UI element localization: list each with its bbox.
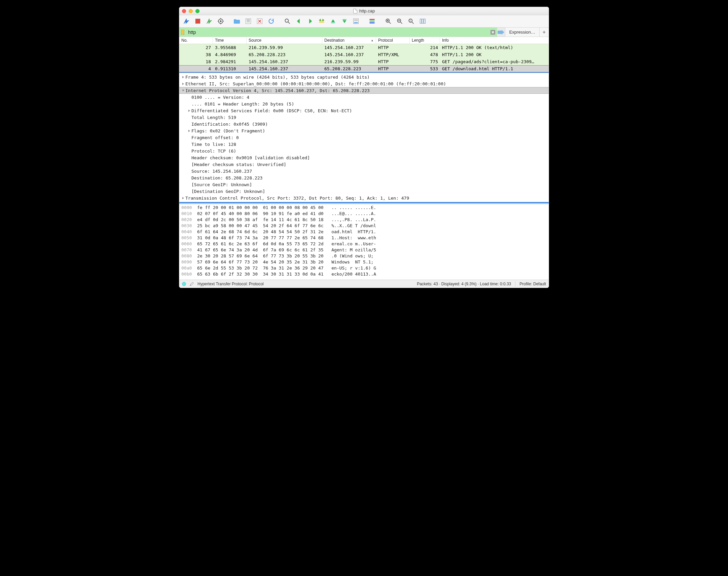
packet-row[interactable]: 273.955688216.239.59.99145.254.160.237HT… <box>179 44 549 51</box>
hex-line[interactable]: 0050 31 0d 0a 48 6f 73 74 3a 20 77 77 77… <box>181 235 547 241</box>
column-destination[interactable]: Destination▲ <box>322 37 376 44</box>
zoom-window-button[interactable] <box>195 9 199 13</box>
tree-item[interactable]: Flags: 0x02 (Don't Fragment) <box>179 127 549 134</box>
hex-line[interactable]: 0070 41 67 65 6e 74 3a 20 4d 6f 7a 69 6c… <box>181 247 547 253</box>
filter-bookmark-button[interactable] <box>179 28 186 37</box>
tree-item[interactable]: Total Length: 519 <box>179 114 549 121</box>
tree-item[interactable]: 0100 .... = Version: 4 <box>179 94 549 100</box>
column-protocol[interactable]: Protocol <box>376 37 410 44</box>
tree-item[interactable]: Transmission Control Protocol, Src Port:… <box>179 195 549 201</box>
colorize-button[interactable] <box>367 17 377 26</box>
column-no[interactable]: No. <box>179 37 213 44</box>
zoom-in-button[interactable] <box>383 17 393 26</box>
go-first-button[interactable] <box>328 17 338 26</box>
capture-options-button[interactable] <box>216 17 226 26</box>
status-profile[interactable]: Profile: Default <box>519 282 546 286</box>
svg-rect-15 <box>319 22 324 23</box>
svg-rect-24 <box>370 22 375 23</box>
display-filter-input[interactable] <box>186 28 489 37</box>
tree-item[interactable]: Internet Protocol Version 4, Src: 145.25… <box>179 87 549 94</box>
hex-line[interactable]: 00a0 65 6e 2d 55 53 3b 20 72 76 3a 31 2e… <box>181 265 547 271</box>
restart-capture-button[interactable] <box>204 17 214 26</box>
expression-button[interactable]: Expression… <box>505 28 539 37</box>
reload-file-button[interactable] <box>266 17 276 26</box>
hex-line[interactable]: 0000 fe ff 20 00 01 00 00 00 01 00 00 00… <box>181 205 547 211</box>
clear-filter-button[interactable] <box>489 28 497 37</box>
tree-item[interactable]: Identification: 0x0f45 (3909) <box>179 121 549 127</box>
svg-line-26 <box>389 22 391 24</box>
tree-item[interactable]: Header checksum: 0x9010 [validation disa… <box>179 154 549 161</box>
hex-line[interactable]: 0060 65 72 65 61 6c 2e 63 6f 6d 0d 0a 55… <box>181 241 547 247</box>
edit-icon[interactable] <box>189 282 194 286</box>
expert-info-button[interactable] <box>182 282 186 286</box>
zoom-reset-button[interactable]: 1 <box>406 17 416 26</box>
hex-line[interactable]: 0090 57 69 6e 64 6f 77 73 20 4e 54 20 35… <box>181 259 547 265</box>
svg-rect-10 <box>247 22 250 23</box>
tree-item[interactable]: Differentiated Services Field: 0x00 (DSC… <box>179 107 549 114</box>
svg-point-12 <box>285 19 288 22</box>
sort-asc-icon: ▲ <box>371 39 374 42</box>
window-controls <box>182 9 199 13</box>
hex-line[interactable]: 00b0 65 63 6b 6f 2f 32 30 30 34 30 31 31… <box>181 271 547 278</box>
packet-row[interactable]: 40.911310145.254.160.23765.208.228.223HT… <box>179 65 549 72</box>
tree-item[interactable]: .... 0101 = Header Length: 20 bytes (5) <box>179 100 549 107</box>
tree-item[interactable]: Fragment offset: 0 <box>179 134 549 141</box>
svg-rect-35 <box>420 19 422 23</box>
app-window: http.cap 1 <box>179 7 549 288</box>
tree-item[interactable]: Protocol: TCP (6) <box>179 147 549 154</box>
find-packet-button[interactable] <box>282 17 292 26</box>
disclosure-arrow-icon[interactable] <box>181 197 185 200</box>
go-to-packet-button[interactable] <box>317 17 327 26</box>
disclosure-arrow-icon[interactable] <box>181 82 185 85</box>
svg-rect-23 <box>370 21 375 22</box>
hex-line[interactable]: 0030 25 bc a9 58 00 00 47 45 54 20 2f 64… <box>181 223 547 229</box>
status-bar: Hypertext Transfer Protocol: Protocol Pa… <box>179 280 549 288</box>
svg-line-33 <box>412 22 414 24</box>
hex-line[interactable]: 0080 2e 30 20 28 57 69 6e 64 6f 77 73 3b… <box>181 253 547 259</box>
packet-details-pane[interactable]: Frame 4: 533 bytes on wire (4264 bits), … <box>179 73 549 203</box>
go-forward-button[interactable] <box>305 17 315 26</box>
tree-item[interactable]: [Destination GeoIP: Unknown] <box>179 188 549 195</box>
column-source[interactable]: Source <box>247 37 322 44</box>
disclosure-arrow-icon[interactable] <box>187 129 191 133</box>
tree-item[interactable]: [Header checksum status: Unverified] <box>179 161 549 168</box>
packet-row[interactable]: 182.984291145.254.160.237216.239.59.99HT… <box>179 58 549 65</box>
tree-item[interactable]: Source: 145.254.160.237 <box>179 168 549 174</box>
packet-row[interactable]: 384.84696965.208.228.223145.254.160.237H… <box>179 51 549 58</box>
hex-line[interactable]: 0020 e4 df 0d 2c 00 50 38 af fe 14 11 4c… <box>181 217 547 223</box>
svg-rect-39 <box>497 31 502 34</box>
packet-bytes-pane[interactable]: 0000 fe ff 20 00 01 00 00 00 01 00 00 00… <box>179 204 549 280</box>
hex-line[interactable]: 0010 02 07 0f 45 40 00 80 06 90 10 91 fe… <box>181 211 547 217</box>
column-length[interactable]: Length <box>410 37 440 44</box>
tree-item[interactable]: Frame 4: 533 bytes on wire (4264 bits), … <box>179 74 549 80</box>
hex-line[interactable]: 0040 6f 61 64 2e 68 74 6d 6c 20 48 54 54… <box>181 229 547 235</box>
stop-capture-button[interactable] <box>193 17 203 26</box>
tree-item[interactable]: Ethernet II, Src: Superlan_00:00:00 (00:… <box>179 80 549 87</box>
disclosure-arrow-icon[interactable] <box>181 76 185 79</box>
svg-rect-8 <box>247 20 250 20</box>
disclosure-arrow-icon[interactable] <box>181 89 185 92</box>
save-file-button[interactable] <box>243 17 253 26</box>
titlebar: http.cap <box>179 7 549 15</box>
auto-scroll-button[interactable] <box>351 17 361 26</box>
packet-list-header[interactable]: No. Time Source Destination▲ Protocol Le… <box>179 37 549 44</box>
minimize-window-button[interactable] <box>189 9 193 13</box>
resize-columns-button[interactable] <box>417 17 428 26</box>
start-capture-button[interactable] <box>181 17 191 26</box>
tree-item[interactable]: [Source GeoIP: Unknown] <box>179 181 549 188</box>
tree-item[interactable]: Destination: 65.208.228.223 <box>179 174 549 181</box>
column-time[interactable]: Time <box>213 37 247 44</box>
window-title: http.cap <box>359 8 375 13</box>
svg-rect-17 <box>343 19 347 20</box>
close-file-button[interactable] <box>255 17 265 26</box>
tree-item[interactable]: Time to live: 128 <box>179 141 549 147</box>
apply-filter-button[interactable] <box>497 28 505 37</box>
column-info[interactable]: Info <box>440 37 549 44</box>
open-file-button[interactable] <box>232 17 242 26</box>
disclosure-arrow-icon[interactable] <box>187 109 191 112</box>
add-filter-button[interactable]: + <box>539 28 549 37</box>
go-back-button[interactable] <box>294 17 304 26</box>
zoom-out-button[interactable] <box>395 17 405 26</box>
go-last-button[interactable] <box>340 17 350 26</box>
close-window-button[interactable] <box>182 9 186 13</box>
